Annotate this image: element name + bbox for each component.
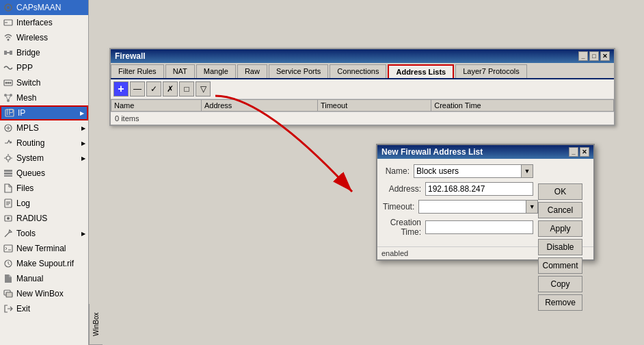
- firewall-titlebar: Firewall _ □ ✕: [111, 49, 614, 63]
- name-dropdown-button[interactable]: ▼: [521, 164, 533, 178]
- sidebar-item-make-supout[interactable]: Make Supout.rif: [0, 256, 88, 271]
- col-name: Name: [111, 100, 202, 112]
- address-input[interactable]: [425, 182, 533, 196]
- svg-line-18: [8, 95, 11, 101]
- sidebar-item-manual[interactable]: Manual: [0, 271, 88, 286]
- sidebar-item-label-routing: Routing: [16, 138, 44, 148]
- timeout-label: Timeout:: [383, 202, 418, 212]
- sidebar-item-label-radius: RADIUS: [16, 214, 47, 223]
- sidebar: CAPsMAAN Interfaces Wireless Bridge PPP …: [0, 0, 89, 345]
- sidebar-item-radius[interactable]: RADIUS: [0, 211, 88, 226]
- comment-button[interactable]: Comment: [538, 257, 582, 274]
- sidebar-item-tools[interactable]: Tools ▶: [0, 226, 88, 241]
- firewall-maximize-button[interactable]: □: [589, 51, 599, 61]
- copy-button[interactable]: Copy: [538, 276, 582, 292]
- supout-icon: [3, 258, 14, 269]
- creation-time-label: Creation Time:: [383, 218, 425, 237]
- remove-toolbar-button[interactable]: —: [130, 81, 145, 97]
- add-button[interactable]: +: [113, 81, 129, 97]
- winbox-icon: [3, 288, 14, 299]
- tools-icon: [3, 228, 14, 239]
- sidebar-item-label-ppp: PPP: [16, 63, 33, 73]
- tab-address-lists[interactable]: Address Lists: [388, 64, 454, 78]
- timeout-input[interactable]: [418, 200, 526, 214]
- name-row: Name: ▼: [383, 164, 533, 178]
- tools-arrow: ▶: [81, 231, 85, 237]
- tab-connections[interactable]: Connections: [330, 64, 386, 78]
- firewall-minimize-button[interactable]: _: [578, 51, 588, 61]
- sidebar-item-new-winbox[interactable]: New WinBox: [0, 286, 88, 301]
- sidebar-item-files[interactable]: Files: [0, 181, 88, 196]
- sidebar-item-exit[interactable]: Exit: [0, 301, 88, 316]
- sidebar-item-mesh[interactable]: Mesh: [0, 90, 88, 105]
- svg-point-22: [6, 156, 10, 160]
- firewall-toolbar: + — ✓ ✗ □ ▽: [111, 79, 614, 99]
- apply-button[interactable]: Apply: [538, 220, 582, 237]
- firewall-close-button[interactable]: ✕: [600, 51, 610, 61]
- sidebar-item-label-switch: Switch: [16, 78, 40, 88]
- sidebar-item-label-ip: IP: [18, 108, 25, 118]
- svg-rect-6: [4, 51, 7, 55]
- cancel-button[interactable]: Cancel: [538, 202, 582, 218]
- filter-button[interactable]: ▽: [196, 81, 211, 97]
- svg-rect-7: [10, 51, 12, 55]
- sidebar-item-log[interactable]: Log: [0, 196, 88, 211]
- tab-mangle[interactable]: Mangle: [196, 64, 236, 78]
- sidebar-item-bridge[interactable]: Bridge: [0, 45, 88, 60]
- manual-icon: [3, 273, 14, 284]
- svg-point-11: [8, 82, 10, 84]
- svg-point-10: [5, 82, 8, 84]
- firewall-window: Firewall _ □ ✕ Filter Rules NAT Mangle R…: [109, 48, 615, 126]
- sidebar-item-system[interactable]: System ▶: [0, 151, 88, 166]
- sidebar-item-label-queues: Queues: [16, 168, 45, 178]
- tab-raw[interactable]: Raw: [237, 64, 267, 78]
- creation-time-input[interactable]: [425, 220, 533, 234]
- sidebar-item-ip[interactable]: IP IP ▶: [0, 105, 88, 120]
- disable-toolbar-button[interactable]: ✗: [163, 81, 178, 97]
- ok-button[interactable]: OK: [538, 183, 582, 200]
- tab-service-ports[interactable]: Service Ports: [269, 64, 328, 78]
- wireless-icon: [3, 32, 14, 43]
- firewall-table: Name Address Timeout Creation Time: [111, 99, 614, 112]
- svg-rect-25: [4, 175, 12, 177]
- sidebar-item-new-terminal[interactable]: New Terminal: [0, 241, 88, 256]
- capsman-icon: [3, 2, 14, 13]
- sidebar-item-label-capsman: CAPsMAAN: [16, 3, 61, 12]
- sidebar-item-label-make-supout: Make Supout.rif: [16, 259, 74, 268]
- dialog-actions: OK Cancel Apply Disable Comment Copy Rem…: [538, 183, 582, 311]
- copy-toolbar-button[interactable]: □: [179, 81, 194, 97]
- sidebar-item-label-new-winbox: New WinBox: [16, 289, 64, 298]
- switch-icon: [3, 77, 14, 88]
- new-firewall-address-list-dialog: New Firewall Address List _ ✕ Name: ▼ Ad…: [376, 144, 595, 261]
- mpls-arrow: ▶: [81, 125, 85, 131]
- sidebar-item-label-interfaces: Interfaces: [16, 18, 53, 27]
- winbox-label: WinBox: [89, 304, 103, 345]
- name-input[interactable]: [414, 164, 521, 178]
- sidebar-item-ppp[interactable]: PPP: [0, 60, 88, 75]
- dialog-titlebar: New Firewall Address List _ ✕: [377, 145, 593, 159]
- firewall-title: Firewall: [115, 51, 146, 61]
- disable-button[interactable]: Disable: [538, 239, 582, 255]
- svg-rect-36: [6, 292, 12, 297]
- sidebar-item-mpls[interactable]: MPLS ▶: [0, 120, 88, 136]
- firewall-titlebar-controls: _ □ ✕: [578, 51, 610, 61]
- sidebar-item-routing[interactable]: Routing ▶: [0, 136, 88, 151]
- remove-button[interactable]: Remove: [538, 294, 582, 311]
- dialog-minimize-button[interactable]: _: [569, 147, 578, 157]
- exit-icon: [3, 303, 14, 314]
- ip-icon: IP: [4, 107, 15, 118]
- tab-nat[interactable]: NAT: [165, 64, 195, 78]
- sidebar-item-capsman[interactable]: CAPsMAAN: [0, 0, 88, 15]
- col-address: Address: [201, 100, 317, 112]
- sidebar-item-switch[interactable]: Switch: [0, 75, 88, 90]
- svg-rect-24: [4, 172, 12, 175]
- sidebar-item-interfaces[interactable]: Interfaces: [0, 15, 88, 30]
- sidebar-item-queues[interactable]: Queues: [0, 166, 88, 181]
- enable-button[interactable]: ✓: [146, 81, 161, 97]
- tab-layer7-protocols[interactable]: Layer7 Protocols: [455, 64, 527, 78]
- tab-filter-rules[interactable]: Filter Rules: [111, 64, 164, 78]
- sidebar-item-wireless[interactable]: Wireless: [0, 30, 88, 45]
- name-field-wrapper: ▼: [414, 164, 533, 178]
- dialog-close-button[interactable]: ✕: [580, 147, 589, 157]
- timeout-dropdown-button[interactable]: ▼: [526, 200, 538, 214]
